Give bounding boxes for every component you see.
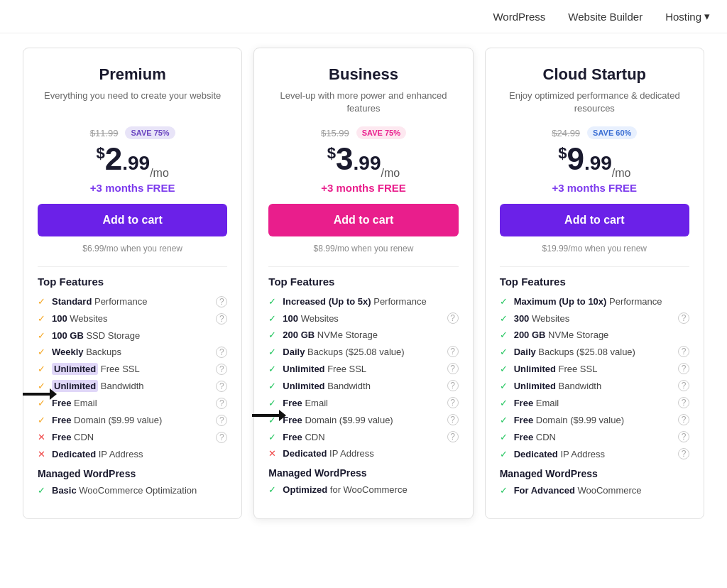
features-title: Top Features [268,276,458,288]
feature-bold: Dedicated [52,449,96,459]
feature-bold: Free [52,432,71,442]
check-icon: ✓ [38,347,48,357]
feature-left: ✓ Maximum (Up to 10x) Performance [500,296,662,307]
info-icon[interactable]: ? [216,364,227,375]
info-icon[interactable]: ? [447,431,459,442]
feature-text: Basic WooCommerce Optimization [52,485,197,496]
nav-wordpress[interactable]: WordPress [493,11,545,23]
info-icon[interactable]: ? [678,414,689,425]
feature-left: ✕ Free CDN [38,432,94,442]
check-icon: ✓ [500,313,510,324]
info-icon[interactable]: ? [678,346,689,357]
feature-bold: Free [514,398,533,408]
feature-text: Free CDN [283,432,324,442]
info-icon[interactable]: ? [678,431,689,442]
feature-text: Dedicated IP Address [52,449,143,459]
check-icon: ✓ [268,484,278,495]
check-icon: ✓ [268,347,278,357]
feature-left: ✓ 100 Websites [268,313,339,324]
check-icon: ✓ [268,364,278,374]
managed-wordpress-title: Managed WordPress [268,467,458,479]
feature-item: ✓ 200 GB NVMe Storage [268,330,458,340]
check-icon: ✓ [500,415,510,425]
feature-left: ✓ Free Email [500,398,559,408]
feature-left: ✓ Weekly Backups [38,347,121,357]
feature-item: ✕ Dedicated IP Address [268,448,458,459]
nav-website-builder[interactable]: Website Builder [568,11,643,23]
feature-bold: 100 [283,313,298,324]
check-icon: ✓ [268,398,278,408]
arrow-indicator-2 [252,410,286,421]
feature-bold: Unlimited [283,364,324,374]
feature-bold: Weekly [52,347,84,357]
info-icon[interactable]: ? [678,312,689,324]
cross-icon: ✕ [38,449,48,459]
info-icon[interactable]: ? [216,296,227,307]
info-icon[interactable]: ? [216,432,227,443]
feature-left: ✓ Unlimited Free SSL [500,364,598,374]
months-free: +3 months FREE [500,182,689,194]
feature-bold: Unlimited [283,381,324,391]
feature-item: ✓ Free Domain ($9.99 value) ? [38,415,227,426]
feature-left: ✓ 100 Websites [38,313,108,324]
feature-bold: Optimized [283,484,327,495]
months-free: +3 months FREE [38,182,227,194]
add-to-cart-button[interactable]: Add to cart [500,204,689,236]
check-icon: ✓ [500,347,510,357]
feature-item: ✕ Dedicated IP Address [38,449,227,459]
check-icon: ✓ [500,330,510,340]
feature-bold: Unlimited [52,380,98,392]
info-icon[interactable]: ? [678,397,689,408]
nav-hosting[interactable]: Hosting ▾ [665,10,710,23]
feature-text: Daily Backups ($25.08 value) [283,347,404,357]
feature-text: 200 GB NVMe Storage [283,330,378,340]
info-icon[interactable]: ? [447,380,459,391]
feature-text: Unlimited Bandwidth [283,381,371,391]
info-icon[interactable]: ? [447,414,459,425]
check-icon: ✓ [268,330,278,340]
info-icon[interactable]: ? [447,312,459,324]
feature-item: ✓ Free Domain ($9.99 value) ? [268,414,458,425]
feature-bold: Free [52,415,71,425]
managed-feature-item: ✓ Optimized for WooCommerce [268,484,458,495]
feature-bold: 100 [52,313,67,324]
info-icon[interactable]: ? [216,381,227,392]
cross-icon: ✕ [38,432,48,442]
feature-left: ✓ Free Email [268,398,328,408]
info-icon[interactable]: ? [678,448,689,459]
cross-icon: ✕ [268,448,278,459]
check-icon: ✓ [500,364,510,374]
renew-price: $8.99/mo when you renew [268,244,458,254]
info-icon[interactable]: ? [678,363,689,374]
info-icon[interactable]: ? [447,363,459,374]
add-to-cart-button[interactable]: Add to cart [38,204,227,236]
managed-wordpress-title: Managed WordPress [38,468,227,479]
info-icon[interactable]: ? [216,347,227,358]
check-icon: ✓ [38,296,48,307]
info-icon[interactable]: ? [216,415,227,426]
price-row: $24.99 SAVE 60% [500,126,689,139]
feature-left: ✓ 200 GB NVMe Storage [500,330,609,340]
info-icon[interactable]: ? [678,380,689,391]
feature-text: Standard Performance [52,296,147,307]
info-icon[interactable]: ? [447,346,459,357]
plan-desc: Enjoy optimized performance & dedicated … [500,89,689,115]
feature-item: ✓ Unlimited Bandwidth ? [268,380,458,391]
feature-bold: Standard [52,296,92,307]
feature-left: ✓ 100 GB SSD Storage [38,330,140,341]
feature-left: ✓ Basic WooCommerce Optimization [38,485,197,496]
info-icon[interactable]: ? [216,398,227,409]
add-to-cart-button[interactable]: Add to cart [268,204,458,236]
check-icon: ✓ [500,398,510,408]
feature-left: ✓ Standard Performance [38,296,147,307]
feature-left: ✓ Increased (Up to 5x) Performance [268,296,426,307]
info-icon[interactable]: ? [447,397,459,408]
chevron-down-icon: ▾ [704,10,710,23]
info-icon[interactable]: ? [216,313,227,325]
feature-bold: Unlimited [52,363,98,375]
feature-text: 200 GB NVMe Storage [514,330,609,340]
feature-left: ✓ 300 Websites [500,313,570,324]
original-price: $15.99 [321,128,349,138]
feature-bold: Unlimited [514,381,556,391]
feature-text: Free Email [514,398,559,408]
